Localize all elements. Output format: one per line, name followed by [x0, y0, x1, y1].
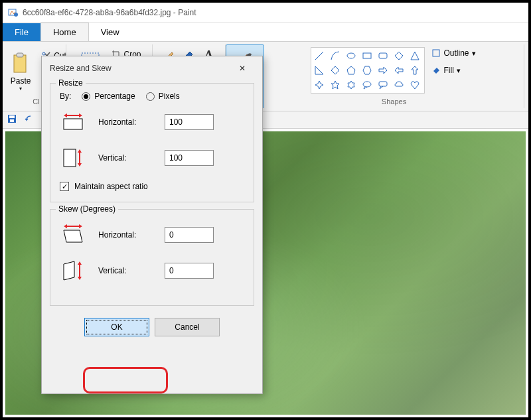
save-icon: [7, 113, 17, 124]
svg-marker-39: [64, 261, 74, 280]
svg-marker-13: [411, 52, 419, 60]
undo-icon: [24, 113, 35, 124]
svg-rect-26: [10, 119, 14, 122]
svg-rect-22: [379, 82, 387, 86]
svg-marker-33: [78, 149, 82, 153]
shape-triangle[interactable]: [408, 49, 421, 62]
shapes-gallery[interactable]: [311, 47, 425, 94]
cancel-button[interactable]: Cancel: [155, 318, 220, 336]
resize-skew-dialog: Resize and Skew ✕ Resize By: Percentage …: [41, 56, 263, 394]
svg-marker-30: [79, 113, 82, 117]
svg-marker-38: [79, 224, 82, 228]
save-button[interactable]: [7, 113, 20, 127]
dialog-title: Resize and Skew: [50, 64, 112, 73]
svg-rect-11: [379, 53, 387, 58]
skew-vertical-icon: [60, 259, 86, 283]
shape-star6[interactable]: [344, 78, 358, 92]
svg-rect-31: [64, 149, 76, 167]
svg-rect-10: [363, 53, 371, 58]
svg-point-4: [42, 52, 45, 55]
close-icon: ✕: [239, 64, 246, 73]
radio-percentage[interactable]: Percentage: [82, 92, 135, 101]
shape-oval[interactable]: [344, 49, 358, 62]
shape-polygon[interactable]: [392, 49, 406, 62]
svg-rect-23: [433, 50, 439, 56]
shape-right-tri[interactable]: [313, 64, 326, 77]
shape-star4[interactable]: [313, 78, 326, 92]
shape-line[interactable]: [313, 49, 326, 62]
skew-horizontal-icon: [60, 223, 86, 247]
undo-button[interactable]: [24, 113, 37, 127]
svg-marker-18: [315, 81, 323, 89]
svg-line-8: [315, 52, 323, 60]
svg-rect-25: [9, 115, 15, 118]
skew-vertical-input[interactable]: [165, 263, 214, 279]
maintain-aspect-checkbox[interactable]: ✓Maintain aspect ratio: [60, 182, 244, 191]
resize-vertical-input[interactable]: [165, 150, 214, 166]
svg-marker-19: [331, 81, 339, 89]
fill-icon: [431, 66, 441, 75]
shape-callout-rect[interactable]: [376, 78, 390, 92]
shape-hexagon[interactable]: [360, 64, 374, 77]
svg-point-9: [347, 53, 355, 58]
paint-app-icon: [8, 7, 19, 18]
shape-roundrect[interactable]: [376, 49, 390, 62]
svg-point-1: [14, 13, 18, 17]
fill-button[interactable]: Fill ▾: [430, 64, 477, 76]
close-button[interactable]: ✕: [230, 59, 254, 78]
svg-marker-34: [78, 163, 82, 167]
shape-arrow-left[interactable]: [392, 64, 406, 77]
radio-pixels[interactable]: Pixels: [146, 92, 180, 101]
shape-cloud[interactable]: [392, 78, 406, 92]
resize-horizontal-input[interactable]: [165, 114, 214, 130]
svg-marker-29: [64, 113, 67, 117]
resize-vertical-icon: [60, 146, 86, 170]
paste-button[interactable]: Paste ▾: [5, 47, 37, 94]
svg-rect-2: [14, 55, 26, 72]
group-shapes: Outline ▾ Fill ▾ Shapes: [264, 44, 524, 108]
svg-marker-14: [315, 66, 323, 74]
svg-marker-35: [64, 230, 82, 242]
shape-pentagon[interactable]: [344, 64, 358, 77]
ribbon-tabs: File Home View: [3, 23, 528, 42]
window-title: 6cc60f8a-ef6c-4728-ab8a-96a6b4fd32.jpg -…: [23, 8, 196, 17]
shape-arrow-right[interactable]: [376, 64, 390, 77]
shape-diamond[interactable]: [329, 64, 342, 77]
shape-curve[interactable]: [329, 49, 342, 62]
clipboard-icon: [11, 52, 30, 74]
svg-marker-37: [64, 224, 67, 228]
skew-fieldset: Skew (Degrees) Horizontal: Vertical:: [50, 209, 254, 306]
tab-file[interactable]: File: [3, 23, 40, 41]
svg-marker-12: [395, 52, 403, 60]
resize-horizontal-icon: [60, 110, 86, 134]
skew-horizontal-input[interactable]: [165, 227, 214, 243]
svg-marker-17: [363, 66, 371, 74]
shape-rect[interactable]: [360, 49, 374, 62]
svg-marker-42: [78, 277, 82, 280]
title-bar: 6cc60f8a-ef6c-4728-ab8a-96a6b4fd32.jpg -…: [3, 3, 528, 23]
tab-view[interactable]: View: [89, 23, 131, 41]
shape-arrow-up[interactable]: [408, 64, 421, 77]
svg-marker-15: [331, 66, 339, 74]
shape-callout-round[interactable]: [360, 78, 374, 92]
resize-fieldset: Resize By: Percentage Pixels Horizontal:…: [50, 83, 254, 202]
svg-marker-41: [78, 261, 82, 265]
svg-marker-16: [347, 66, 355, 74]
tab-home[interactable]: Home: [40, 23, 89, 41]
svg-rect-27: [64, 119, 82, 129]
shape-heart[interactable]: [408, 78, 421, 92]
outline-icon: [431, 48, 441, 58]
svg-point-21: [363, 82, 371, 87]
svg-marker-20: [348, 81, 354, 89]
outline-button[interactable]: Outline ▾: [430, 47, 477, 59]
shape-star5[interactable]: [329, 78, 342, 92]
ok-button[interactable]: OK: [84, 318, 149, 336]
svg-rect-3: [17, 53, 23, 57]
